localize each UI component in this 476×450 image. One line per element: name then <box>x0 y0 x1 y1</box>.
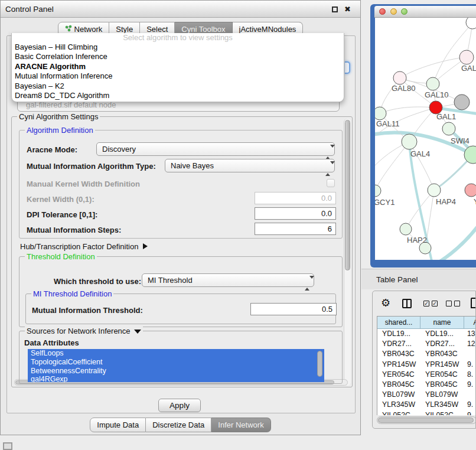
cyni-algorithm-settings-group: Cyni Algorithm Settings Algorithm Defini… <box>11 116 353 387</box>
node-label: GCY1 <box>375 198 395 207</box>
scrollbar-thumb[interactable] <box>378 418 474 423</box>
network-node[interactable] <box>428 184 441 197</box>
sources-group: Sources for Network Inference Data Attri… <box>19 331 343 384</box>
table-row[interactable]: YDL19...YDL19...13 <box>377 329 476 339</box>
settings-vertical-scrollbar[interactable] <box>344 119 351 386</box>
float-window-icon[interactable] <box>332 6 338 12</box>
attribute-item[interactable]: BetweennessCentrality <box>28 367 324 376</box>
algorithm-option[interactable]: Mutual Information Inference <box>12 71 344 81</box>
apply-button[interactable]: Apply <box>158 399 201 412</box>
sources-title[interactable]: Sources for Network Inference <box>25 327 143 335</box>
network-view-window: GALGAL80GAL10GAL1GAL11SWI4GAL4GCY1HAP4YH… <box>370 4 476 268</box>
table-row[interactable]: YBR043CYBR043C <box>377 349 476 359</box>
table-horizontal-scrollbar[interactable] <box>377 416 476 424</box>
network-node[interactable] <box>375 185 381 197</box>
tab-infer-network[interactable]: Infer Network <box>211 418 270 432</box>
mi-type-combo[interactable]: Naive Bayes <box>165 159 335 172</box>
column-header-3[interactable]: A <box>464 317 476 329</box>
network-node[interactable] <box>459 50 474 64</box>
kernel-width-field[interactable]: 0.0 <box>255 192 336 204</box>
select-all-checkboxes-icon[interactable]: ✓✓ <box>423 301 438 306</box>
tab-label: Cyni Toolbox <box>181 25 225 34</box>
minimize-traffic-light[interactable] <box>390 8 397 15</box>
which-threshold-combo[interactable]: MI Threshold <box>142 273 314 287</box>
manual-kernel-label: Manual Kernel Width Definition <box>27 180 140 188</box>
tab-label: Network <box>74 25 103 34</box>
table-cell: YBR045C <box>420 380 464 390</box>
algorithm-option[interactable]: Basic Correlation Inference <box>12 52 344 61</box>
tab-label: Select <box>146 25 168 34</box>
aracne-mode-label: Aracne Mode: <box>27 145 77 154</box>
dpi-tolerance-label: DPI Tolerance [0,1]: <box>27 210 97 219</box>
network-icon <box>65 25 72 34</box>
dpi-tolerance-field[interactable]: 0.0 <box>255 207 336 220</box>
table-cell: YPR145W <box>377 360 420 370</box>
network-canvas[interactable]: GALGAL80GAL10GAL1GAL11SWI4GAL4GCY1HAP4YH… <box>375 18 476 260</box>
gear-icon[interactable]: ⚙ <box>381 296 390 309</box>
collapse-down-icon <box>134 330 141 334</box>
table-row[interactable]: YDR27...YDR27...12 <box>377 339 476 349</box>
manual-kernel-checkbox[interactable] <box>327 179 335 187</box>
network-node[interactable] <box>393 71 406 84</box>
table-row[interactable]: YBR045CYBR045C9. <box>377 380 476 390</box>
algorithm-option[interactable]: Dream8 DC_TDC Algorithm <box>12 91 344 100</box>
data-attributes-list: SelfLoopsTopologicalCoefficientBetweenne… <box>28 349 324 382</box>
hub-definition-toggle[interactable]: Hub/Transcription Factor Definition <box>20 242 148 251</box>
table-panel: ⚙ ✓✓ shared...nameA YDL19...YDL19...13YD… <box>372 291 476 429</box>
columns-icon[interactable] <box>402 299 412 308</box>
data-attributes-label: Data Attributes <box>24 338 79 347</box>
tab-impute-data[interactable]: Impute Data <box>90 418 146 432</box>
algorithm-option[interactable]: Bayesian – K2 <box>12 81 344 91</box>
new-table-icon[interactable] <box>471 298 476 308</box>
expand-right-icon <box>143 243 148 249</box>
mi-threshold-label: Mutual Information Threshold: <box>32 306 143 315</box>
network-node[interactable] <box>426 77 439 90</box>
network-node[interactable] <box>402 134 417 149</box>
scrollbar-thumb[interactable] <box>345 120 350 270</box>
column-header-2[interactable]: name <box>420 317 464 329</box>
close-traffic-light[interactable] <box>379 8 386 15</box>
node-label: GAL1 <box>436 112 456 121</box>
algorithm-list: Bayesian – Hill ClimbingBasic Correlatio… <box>12 43 344 100</box>
attribute-item[interactable]: SelfLoops <box>28 349 324 358</box>
mi-steps-field[interactable]: 6 <box>255 223 336 235</box>
network-node[interactable] <box>442 122 455 135</box>
network-node[interactable] <box>400 223 412 235</box>
table-cell: 9. <box>464 380 476 390</box>
hub-definition-label: Hub/Transcription Factor Definition <box>20 242 138 251</box>
table-row[interactable]: YER054CYER054C8. <box>377 370 476 380</box>
aracne-mode-combo[interactable]: Discovery <box>96 142 335 156</box>
docked-window-icon[interactable] <box>3 442 12 450</box>
mi-threshold-definition-title: MI Threshold Definition <box>31 289 113 298</box>
node-label: HAP2 <box>407 236 427 244</box>
tab-discretize-data[interactable]: Discretize Data <box>146 418 211 432</box>
algorithm-option[interactable]: Bayesian – Hill Climbing <box>12 43 344 52</box>
network-node[interactable] <box>375 107 386 120</box>
deselect-all-checkboxes-icon[interactable] <box>446 301 460 306</box>
network-node[interactable] <box>465 184 476 197</box>
network-window-titlebar[interactable] <box>374 6 476 18</box>
focused-combo-edge <box>345 61 350 74</box>
zoom-traffic-light[interactable] <box>401 8 407 15</box>
attribute-item[interactable]: TopologicalCoefficient <box>28 358 324 367</box>
column-header-1[interactable]: shared... <box>377 317 420 329</box>
list-scrollbar-thumb[interactable] <box>317 351 322 377</box>
table-cell: YDL19... <box>377 329 420 339</box>
node-label: GAL4 <box>410 149 430 158</box>
algorithm-option[interactable]: ARACNE Algorithm <box>12 62 344 71</box>
mi-threshold-field[interactable]: 0.5 <box>250 303 337 315</box>
table-cell: YIL052C <box>377 410 420 416</box>
table-cell: YDR27... <box>420 339 464 349</box>
node-attribute-table: shared...nameA YDL19...YDL19...13YDR27..… <box>377 316 476 415</box>
table-cell: 8. <box>464 370 476 380</box>
table-row[interactable]: YPR145WYPR145W9. <box>377 360 476 370</box>
close-icon[interactable]: ✖ <box>344 6 351 12</box>
network-node[interactable] <box>464 146 476 164</box>
network-node[interactable] <box>454 94 470 110</box>
table-row[interactable]: YLR345WYLR345W9. <box>377 400 476 410</box>
network-node[interactable] <box>466 18 476 29</box>
mi-threshold-definition-group: MI Threshold Definition Mutual Informati… <box>25 294 336 324</box>
table-row[interactable]: YIL052CYIL052C9 <box>377 410 476 416</box>
attribute-item[interactable]: gal4RGexp <box>28 375 324 382</box>
table-row[interactable]: YBL079WYBL079W <box>377 390 476 400</box>
